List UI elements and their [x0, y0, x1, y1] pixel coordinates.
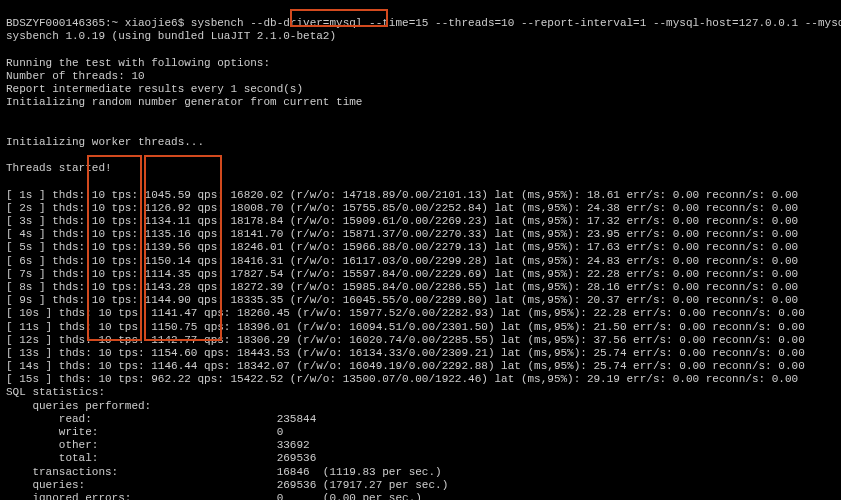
stat-queries: queries: 269536 (17917.27 per sec.) [6, 479, 448, 491]
sql-stats-header: SQL statistics: [6, 386, 105, 398]
threads-started: Threads started! [6, 162, 112, 174]
result-row: [ 5s ] thds: 10 tps: 1139.56 qps: 18246.… [6, 241, 798, 253]
report-interval: Report intermediate results every 1 seco… [6, 83, 303, 95]
stat-write: write: 0 [6, 426, 283, 438]
result-row: [ 10s ] thds: 10 tps: 1141.47 qps: 18260… [6, 307, 805, 319]
queries-performed-label: queries performed: [6, 400, 151, 412]
command-line: BDSZYF000146365:~ xiaojie6$ sysbench --d… [6, 17, 841, 29]
stat-total: total: 269536 [6, 452, 316, 464]
result-row: [ 3s ] thds: 10 tps: 1134.11 qps: 18178.… [6, 215, 798, 227]
result-row: [ 1s ] thds: 10 tps: 1045.59 qps: 16820.… [6, 189, 798, 201]
stat-ignored-errors: ignored errors: 0 (0.00 per sec.) [6, 492, 422, 500]
stat-transactions: transactions: 16846 (1119.83 per sec.) [6, 466, 442, 478]
result-row: [ 7s ] thds: 10 tps: 1114.35 qps: 17827.… [6, 268, 798, 280]
result-row: [ 2s ] thds: 10 tps: 1126.92 qps: 18008.… [6, 202, 798, 214]
num-threads: Number of threads: 10 [6, 70, 145, 82]
result-row: [ 6s ] thds: 10 tps: 1150.14 qps: 18416.… [6, 255, 798, 267]
result-row: [ 13s ] thds: 10 tps: 1154.60 qps: 18443… [6, 347, 805, 359]
result-row: [ 8s ] thds: 10 tps: 1143.28 qps: 18272.… [6, 281, 798, 293]
init-workers: Initializing worker threads... [6, 136, 204, 148]
stat-read: read: 235844 [6, 413, 316, 425]
result-row: [ 15s ] thds: 10 tps: 962.22 qps: 15422.… [6, 373, 798, 385]
stat-other: other: 33692 [6, 439, 310, 451]
result-row: [ 11s ] thds: 10 tps: 1150.75 qps: 18396… [6, 321, 805, 333]
version-line: sysbench 1.0.19 (using bundled LuaJIT 2.… [6, 30, 336, 42]
result-row: [ 14s ] thds: 10 tps: 1146.44 qps: 18342… [6, 360, 805, 372]
run-options-header: Running the test with following options: [6, 57, 270, 69]
init-rng: Initializing random number generator fro… [6, 96, 362, 108]
terminal-output: BDSZYF000146365:~ xiaojie6$ sysbench --d… [0, 0, 841, 500]
result-row: [ 9s ] thds: 10 tps: 1144.90 qps: 18335.… [6, 294, 798, 306]
result-row: [ 12s ] thds: 10 tps: 1142.77 qps: 18306… [6, 334, 805, 346]
result-row: [ 4s ] thds: 10 tps: 1135.16 qps: 18141.… [6, 228, 798, 240]
